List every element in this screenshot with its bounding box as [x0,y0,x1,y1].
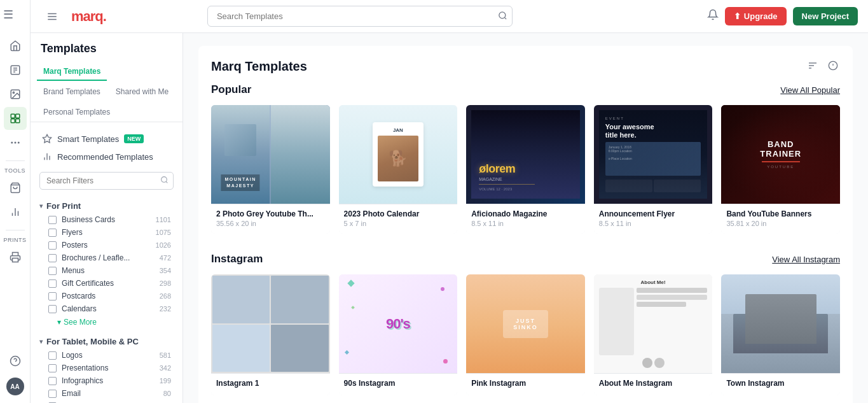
menus-checkbox[interactable] [48,267,57,275]
smart-templates-row[interactable]: Smart Templates NEW [39,130,174,148]
logo-accent: . [103,8,106,24]
infographics-checkbox[interactable] [48,377,57,385]
nav-orders[interactable] [4,176,27,199]
upgrade-button[interactable]: ⬆ Upgrade [725,7,787,25]
calendars-checkbox[interactable] [48,305,57,313]
nav-help[interactable] [4,350,27,372]
template-name-ig2: 90s Instagram [344,379,453,388]
tab-personal-templates[interactable]: Personal Templates [37,104,116,122]
hamburger-menu[interactable]: ☰ [3,8,27,25]
filter-presentations[interactable]: Presentations 342 [39,362,174,374]
svg-rect-7 [15,114,19,118]
view-all-popular-link[interactable]: View All Popular [780,85,840,95]
nav-templates[interactable] [4,107,27,130]
user-avatar[interactable]: AA [6,378,24,395]
logos-checkbox[interactable] [48,351,57,360]
template-size-calendar: 5 x 7 in [344,220,453,227]
template-info-flyer: Announcement Flyer 8.5 x 11 in [594,204,713,234]
filter-email[interactable]: Email 80 [39,387,174,400]
nav-main-items [0,34,30,154]
template-card-ig1[interactable]: Instagram 1 [211,274,330,395]
template-card-calendar[interactable]: JAN 🐕 2023 Photo Calendar [339,105,458,234]
nav-analytics[interactable] [4,201,27,223]
recommended-templates-row[interactable]: Recommended Templates [39,148,174,166]
filter-postcards[interactable]: Postcards 268 [39,290,174,302]
nav-bottom: AA [4,350,27,403]
template-info-ig2: 90s Instagram [339,373,458,395]
filter-calendars[interactable]: Calendars 232 [39,302,174,315]
filter-brochures[interactable]: Brochures / Leafle... 472 [39,251,174,264]
posters-checkbox[interactable] [48,241,57,250]
tab-marq-templates[interactable]: Marq Templates [37,63,107,81]
sort-icon[interactable] [806,59,820,74]
template-card-flyer[interactable]: EVENT Your awesometitle here. January 1,… [594,105,713,234]
filter-logos[interactable]: Logos 581 [39,349,174,362]
main-title: Marq Templates [211,59,307,74]
for-print-category: ▾ For Print Business Cards 1101 Flyers 1… [31,196,183,332]
filter-search-input[interactable] [39,172,174,190]
email-checkbox[interactable] [48,390,57,398]
gift-certificates-checkbox[interactable] [48,279,57,288]
notifications-bell-icon[interactable] [707,9,719,24]
see-more-button[interactable]: ▾ See More [57,318,97,327]
filter-business-cards[interactable]: Business Cards 1101 [39,213,174,226]
flyer-thumb-img: EVENT Your awesometitle here. January 1,… [594,105,713,204]
filter-search-icon [160,176,169,186]
filter-flyers[interactable]: Flyers 1075 [39,226,174,239]
for-tablet-header[interactable]: ▾ For Tablet, Mobile & PC [39,334,174,349]
nav-apps[interactable] [4,131,27,154]
template-card-ig2[interactable]: 90's 90s Instagram [339,274,458,395]
template-card-ig5[interactable]: Town Instagram [721,274,840,395]
template-card-ig3[interactable]: JUST SINKO Pink Instagram [466,274,585,395]
template-name-calendar: 2023 Photo Calendar [344,209,453,218]
template-thumb-ig5 [721,274,840,373]
magazine-thumb-img: ølorem MAGAZINE VOLUME 12 · 2023 [466,105,585,204]
menu-toggle-button[interactable] [41,5,64,28]
header-right: ⬆ Upgrade New Project [707,7,858,25]
instagram-section-row: Instagram View All Instagram [211,253,840,265]
filter-gift-certificates[interactable]: Gift Certificates 298 [39,277,174,290]
for-tablet-category: ▾ For Tablet, Mobile & PC Logos 581 Pres… [31,332,183,403]
for-print-header[interactable]: ▾ For Print [39,199,174,213]
filter-infographics[interactable]: Infographics 199 [39,374,174,387]
template-name-ig5: Town Instagram [726,379,835,388]
svg-point-29 [162,177,167,183]
nav-tools-items [0,176,30,223]
tab-brand-templates[interactable]: Brand Templates [37,83,107,101]
flyers-checkbox[interactable] [48,229,57,237]
template-info-ig5: Town Instagram [721,373,840,395]
search-icon[interactable] [498,11,507,22]
new-project-button[interactable]: New Project [793,7,858,25]
svg-point-5 [13,92,14,93]
template-name-band: Band YouTube Banners [726,209,835,218]
filter-posters[interactable]: Posters 1026 [39,239,174,251]
business-cards-checkbox[interactable] [48,216,57,224]
template-info-magazine: Aficionado Magazine 8.5 x 11 in [466,204,585,234]
template-area: Marq Templates Popular View All Popular [183,33,868,403]
template-size-flyer: 8.5 x 11 in [599,220,708,227]
template-thumb-flyer: EVENT Your awesometitle here. January 1,… [594,105,713,204]
instagram-template-grid: Instagram 1 [211,274,840,395]
nav-home[interactable] [4,34,27,57]
sidebar-title: Templates [31,42,183,63]
search-input[interactable] [207,6,513,27]
template-card-mountain[interactable]: MOUNTAINMAJESTY 2 Photo Grey Youtube Th.… [211,105,330,234]
template-size-band: 35.81 x 20 in [726,220,835,227]
template-size-mountain: 35.56 x 20 in [216,220,325,227]
nav-images[interactable] [4,83,27,106]
postcards-checkbox[interactable] [48,292,57,300]
filter-menus[interactable]: Menus 354 [39,264,174,277]
app-logo[interactable]: marq. [71,8,106,25]
presentations-checkbox[interactable] [48,364,57,372]
info-icon[interactable] [826,59,840,74]
view-all-instagram-link[interactable]: View All Instagram [772,255,840,264]
upgrade-icon: ⬆ [734,11,741,21]
template-card-magazine[interactable]: ølorem MAGAZINE VOLUME 12 · 2023 Aficion… [466,105,585,234]
template-card-band[interactable]: BANDTRAINER YOUTUBE Band YouTube Banners… [721,105,840,234]
brochures-checkbox[interactable] [48,254,57,262]
tab-shared-with-me[interactable]: Shared with Me [109,83,175,101]
template-card-ig4[interactable]: About Me! [594,274,713,395]
nav-documents[interactable] [4,59,27,81]
filter-ebooks[interactable]: eBooks / Whitepap... 64 [39,400,174,403]
nav-prints[interactable] [4,246,27,269]
